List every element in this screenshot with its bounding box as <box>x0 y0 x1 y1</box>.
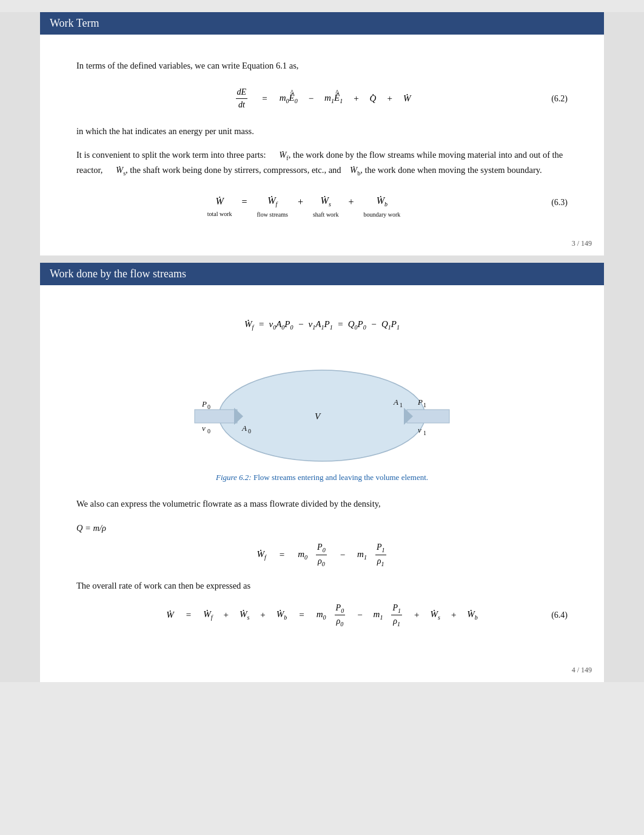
svg-rect-1 <box>195 410 237 423</box>
svg-text:0: 0 <box>248 428 251 434</box>
header-title-1: Work Term <box>50 17 99 29</box>
svg-text:A: A <box>241 424 247 433</box>
equation-6-2: dE dt = m0Ê0 − m1Ê1 + Q + W (6.2) <box>76 87 568 110</box>
svg-text:P: P <box>201 399 207 408</box>
svg-text:1: 1 <box>400 402 403 408</box>
eq-number-62: (6.2) <box>551 94 568 104</box>
paragraph-1: In terms of the defined variables, we ca… <box>76 59 568 73</box>
paragraph-2: in which the hat indicates an energy per… <box>76 124 568 138</box>
equation-wf-mass: Wf = m0 P0 ρ0 − m1 P1 ρ1 <box>76 543 568 567</box>
equation-6-3: W total work = Wf flow streams + Ws <box>76 195 568 218</box>
svg-text:A: A <box>393 397 398 407</box>
svg-text:1: 1 <box>423 430 426 436</box>
page-number-1: 3 / 149 <box>572 239 592 248</box>
paragraph-5: The overall rate of work can then be exp… <box>76 579 568 593</box>
equation-6-4: W = Wf + Ws + Wb = m0 P0 ρ0 − m1 <box>76 603 568 628</box>
page-number-2: 4 / 149 <box>572 666 592 675</box>
svg-point-0 <box>219 370 425 461</box>
q-equals: Q = m/ρ <box>76 521 568 535</box>
header-title-2: Work done by the flow streams <box>50 268 186 280</box>
svg-text:v: v <box>202 424 206 433</box>
eq-number-63: (6.3) <box>551 198 568 208</box>
equation-wf-main: Wf = v0A0P0 − v1A1P1 = Q0P0 − Q1P1 <box>76 319 568 331</box>
eq-number-64: (6.4) <box>551 610 568 620</box>
paragraph-3: It is convenient to split the work term … <box>76 148 568 178</box>
svg-text:1: 1 <box>423 402 426 408</box>
svg-rect-3 <box>407 410 449 423</box>
section-header-2: Work done by the flow streams <box>40 263 604 285</box>
svg-text:P: P <box>417 397 423 407</box>
svg-text:0: 0 <box>207 404 210 410</box>
reactor-diagram-svg: P 0 v 0 A 0 V A 1 P 1 v <box>176 349 468 464</box>
section-header-1: Work Term <box>40 12 604 35</box>
figure-6-2: P 0 v 0 A 0 V A 1 P 1 v <box>76 349 568 482</box>
paragraph-4: We also can express the volumetric flowr… <box>76 497 568 511</box>
svg-text:0: 0 <box>207 428 210 434</box>
svg-text:v: v <box>418 425 421 434</box>
figure-caption: Figure 6.2: Flow streams entering and le… <box>76 473 568 482</box>
